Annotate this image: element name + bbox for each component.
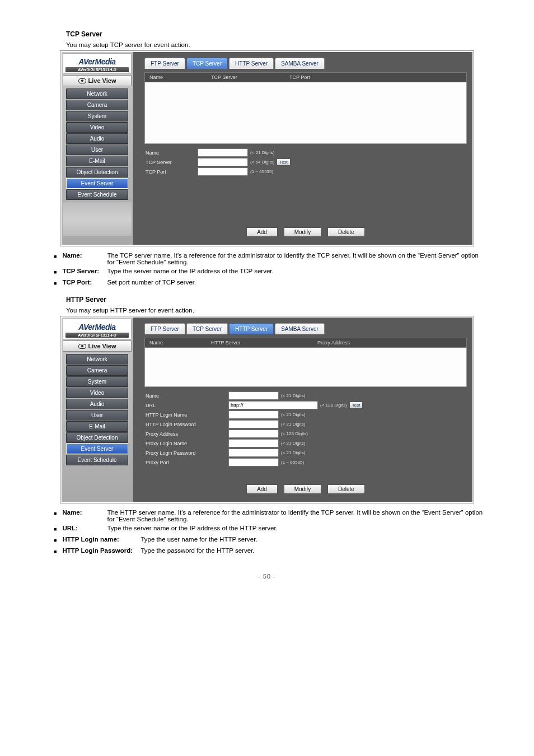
test-button[interactable]: Test [277,158,291,166]
input-proxy-login-name[interactable] [228,439,279,447]
bullet-label: Name: [62,252,101,265]
brand-sub: AVerDiGi SF1311H-D [65,67,129,72]
input-http-login-password[interactable] [228,420,279,428]
tab-tcp-server[interactable]: TCP Server [186,58,228,69]
hint-tcp-port: (1 ~ 65535) [248,169,273,174]
hint-name: (< 21 Digits) [279,393,305,398]
input-proxy-port[interactable] [228,458,279,466]
sidebar-item-camera[interactable]: Camera [66,100,128,110]
input-tcp-port[interactable] [198,167,248,176]
http-bullets: Name:The HTTP server name. It's a refere… [50,509,484,556]
tab-samba-server[interactable]: SAMBA Server [275,323,325,334]
col-name: Name [145,73,207,82]
intro-tcp: You may setup TCP server for event actio… [66,41,484,48]
sidebar-item-video[interactable]: Video [66,388,128,398]
list-header: Name HTTP Server Proxy Address [144,338,467,348]
label-proxy-address: Proxy Address [144,431,228,437]
hint-http-login: (< 21 Digits) [279,412,305,417]
tab-ftp-server[interactable]: FTP Server [144,58,185,69]
input-proxy-login-password[interactable] [228,449,279,457]
modify-button[interactable]: Modify [284,227,321,237]
bullet-body: The HTTP server name. It's a reference f… [107,509,484,522]
hint-url: (< 128 Digits) [318,403,347,408]
input-proxy-address[interactable] [228,430,279,438]
tcp-server-screenshot: AVerMedia AVerDiGi SF1311H-D Live View N… [60,50,474,246]
input-tcp-server[interactable] [198,158,248,166]
sidebar-item-event-server[interactable]: Event Server [66,178,128,189]
button-row: Add Modify Delete [144,177,467,237]
tab-http-server[interactable]: HTTP Server [229,58,274,69]
server-list[interactable] [144,348,467,387]
sidebar-item-user[interactable]: User [66,410,128,421]
live-view-button[interactable]: Live View [63,340,132,352]
sidebar-spacer [63,202,132,236]
delete-button[interactable]: Delete [327,227,365,237]
sidebar-item-audio[interactable]: Audio [66,399,128,409]
bullet-label: URL: [62,525,101,534]
sidebar-item-system[interactable]: System [66,111,128,122]
content-panel: FTP Server TCP Server HTTP Server SAMBA … [133,52,472,245]
delete-button[interactable]: Delete [327,484,365,494]
sidebar-item-video[interactable]: Video [66,122,128,133]
sidebar-item-event-server[interactable]: Event Server [66,444,128,454]
sidebar-item-event-schedule[interactable]: Event Schedule [66,455,128,465]
input-url[interactable] [228,401,318,409]
sidebar-item-label: Live View [88,343,116,349]
form-block: Name (< 21 Digits) TCP Server (< 64 Digi… [144,148,467,176]
intro-http: You may setup HTTP server for event acti… [66,307,484,314]
live-view-button[interactable]: Live View [63,75,132,86]
input-name[interactable] [198,148,248,157]
col-tcp-server: TCP Server [207,73,285,82]
section-heading-tcp: TCP Server [66,30,484,38]
label-name: Name [144,393,228,399]
bullet-label: TCP Port: [62,279,101,288]
server-list[interactable] [144,82,467,144]
sidebar-item-email[interactable]: E-Mail [66,156,128,166]
label-name: Name [144,150,198,156]
form-block: Name (< 21 Digits) URL (< 128 Digits) Te… [144,391,467,466]
sidebar-item-audio[interactable]: Audio [66,133,128,144]
bullet-body: The TCP server name. It's a reference fo… [107,252,484,265]
hint-proxy-pass: (< 21 Digits) [279,450,305,455]
modify-button[interactable]: Modify [284,484,321,494]
test-button[interactable]: Test [349,402,363,409]
tab-tcp-server[interactable]: TCP Server [186,323,228,334]
hint-name: (< 21 Digits) [248,150,274,155]
sidebar-item-network[interactable]: Network [66,354,128,365]
sidebar-item-email[interactable]: E-Mail [66,421,128,432]
add-button[interactable]: Add [246,484,278,494]
http-server-screenshot: AVerMedia AVerDiGi SF1311H-D Live View N… [60,316,474,503]
label-http-login-password: HTTP Login Password [144,422,228,427]
label-tcp-port: TCP Port [144,169,198,175]
label-proxy-login-password: Proxy Login Password [144,450,228,456]
col-tcp-port: TCP Port [285,73,466,82]
sidebar-item-camera[interactable]: Camera [66,365,128,376]
bullet-body: Type the server name or the IP address o… [107,525,484,534]
sidebar-item-user[interactable]: User [66,144,128,155]
content-panel: FTP Server TCP Server HTTP Server SAMBA … [133,318,472,502]
brand-sub: AVerDiGi SF1311H-D [65,333,129,338]
sidebar-item-object-detection[interactable]: Object Detection [66,432,128,443]
tab-ftp-server[interactable]: FTP Server [144,323,185,334]
hint-proxy-addr: (< 128 Digits) [279,431,308,436]
label-url: URL [144,403,228,408]
tab-row: FTP Server TCP Server HTTP Server SAMBA … [144,323,467,334]
bullet-body: Type the server name or the IP address o… [107,268,484,277]
tab-http-server[interactable]: HTTP Server [229,323,274,334]
bullet-body: Set port number of TCP server. [107,279,484,288]
bullet-label: Name: [62,509,101,522]
input-http-login-name[interactable] [228,410,279,419]
tab-samba-server[interactable]: SAMBA Server [275,58,325,69]
input-name[interactable] [228,391,279,400]
hint-proxy-login: (< 21 Digits) [279,441,305,446]
add-button[interactable]: Add [246,227,278,237]
bullet-body: Type the user name for the HTTP server. [140,536,484,545]
sidebar-item-object-detection[interactable]: Object Detection [66,167,128,178]
brand-box: AVerMedia AVerDiGi SF1311H-D [63,53,132,74]
sidebar-item-network[interactable]: Network [66,88,128,99]
bullet-label: TCP Server: [62,268,101,277]
brand-main: AVerMedia [65,323,129,332]
hint-http-pass: (< 21 Digits) [279,422,305,427]
sidebar-item-system[interactable]: System [66,376,128,387]
sidebar-item-event-schedule[interactable]: Event Schedule [66,189,128,200]
